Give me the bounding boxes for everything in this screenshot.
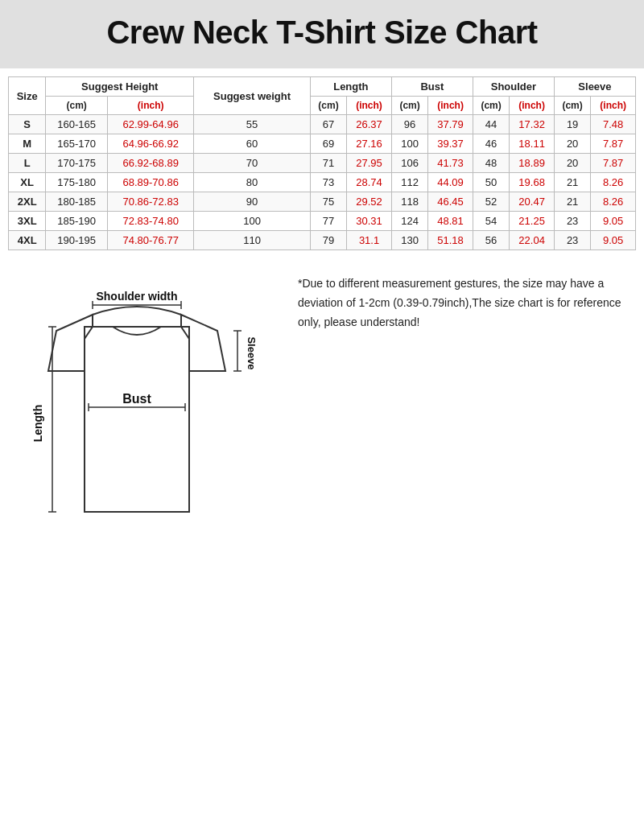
cell-weight: 55 — [194, 115, 311, 134]
cell-sleeve-inch: 8.26 — [591, 192, 636, 212]
cell-shoulder-cm: 56 — [473, 231, 509, 250]
cell-length-cm: 75 — [310, 192, 346, 212]
table-row: L 170-175 66.92-68.89 70 71 27.95 106 41… — [9, 154, 636, 173]
cell-sleeve-cm: 23 — [554, 231, 590, 250]
cell-bust-inch: 39.37 — [428, 134, 473, 154]
height-inch: (inch) — [108, 97, 194, 115]
cell-length-cm: 73 — [310, 173, 346, 192]
cell-shoulder-inch: 17.32 — [510, 115, 555, 134]
cell-shoulder-inch: 21.25 — [510, 212, 555, 231]
cell-bust-cm: 112 — [391, 173, 427, 192]
cell-height-cm: 190-195 — [46, 231, 108, 250]
cell-sleeve-inch: 7.87 — [591, 154, 636, 173]
cell-bust-cm: 96 — [391, 115, 427, 134]
cell-sleeve-inch: 7.48 — [591, 115, 636, 134]
shoulder-inch: (inch) — [510, 97, 555, 115]
cell-height-inch: 70.86-72.83 — [108, 192, 194, 212]
cell-bust-cm: 100 — [391, 134, 427, 154]
cell-size: S — [9, 115, 46, 134]
svg-rect-4 — [85, 327, 189, 512]
table-row: 3XL 185-190 72.83-74.80 100 77 30.31 124… — [9, 212, 636, 231]
cell-bust-inch: 46.45 — [428, 192, 473, 212]
cell-sleeve-cm: 20 — [554, 154, 590, 173]
cell-shoulder-inch: 18.89 — [510, 154, 555, 173]
cell-length-cm: 77 — [310, 212, 346, 231]
cell-height-cm: 185-190 — [46, 212, 108, 231]
cell-bust-inch: 48.81 — [428, 212, 473, 231]
cell-sleeve-cm: 23 — [554, 212, 590, 231]
table-wrapper: Size Suggest Height Suggest weight Lengt… — [0, 76, 644, 250]
cell-height-inch: 72.83-74.80 — [108, 212, 194, 231]
table-row: S 160-165 62.99-64.96 55 67 26.37 96 37.… — [9, 115, 636, 134]
svg-text:Length: Length — [31, 405, 44, 443]
cell-bust-cm: 118 — [391, 192, 427, 212]
col-size: Size — [9, 77, 46, 115]
cell-size: 2XL — [9, 192, 46, 212]
cell-length-inch: 27.95 — [347, 154, 392, 173]
svg-text:Shoulder width: Shoulder width — [96, 290, 177, 303]
note-area: *Due to different measurement gestures, … — [298, 266, 636, 332]
table-row: XL 175-180 68.89-70.86 80 73 28.74 112 4… — [9, 173, 636, 192]
table-header-main: Size Suggest Height Suggest weight Lengt… — [9, 77, 636, 97]
length-cm: (cm) — [310, 97, 346, 115]
cell-size: XL — [9, 173, 46, 192]
table-header-sub: (cm) (inch) (cm) (inch) (cm) (inch) (cm)… — [9, 97, 636, 115]
title-section: Crew Neck T-Shirt Size Chart — [0, 0, 644, 68]
cell-height-cm: 180-185 — [46, 192, 108, 212]
page-title: Crew Neck T-Shirt Size Chart — [16, 14, 628, 51]
cell-shoulder-inch: 20.47 — [510, 192, 555, 212]
bust-cm: (cm) — [391, 97, 427, 115]
cell-length-cm: 71 — [310, 154, 346, 173]
cell-height-cm: 170-175 — [46, 154, 108, 173]
cell-shoulder-cm: 44 — [473, 115, 509, 134]
col-length: Length — [310, 77, 391, 97]
cell-height-cm: 175-180 — [46, 173, 108, 192]
cell-length-inch: 28.74 — [347, 173, 392, 192]
cell-bust-cm: 130 — [391, 231, 427, 250]
table-row: 2XL 180-185 70.86-72.83 90 75 29.52 118 … — [9, 192, 636, 212]
cell-sleeve-cm: 21 — [554, 192, 590, 212]
cell-size: L — [9, 154, 46, 173]
cell-sleeve-inch: 9.05 — [591, 231, 636, 250]
size-chart-table: Size Suggest Height Suggest weight Lengt… — [8, 76, 636, 250]
cell-bust-inch: 51.18 — [428, 231, 473, 250]
cell-shoulder-cm: 50 — [473, 173, 509, 192]
cell-length-cm: 79 — [310, 231, 346, 250]
cell-height-inch: 68.89-70.86 — [108, 173, 194, 192]
bottom-section: Shoulder width Bust Length — [0, 250, 644, 575]
col-sleeve: Sleeve — [554, 77, 635, 97]
sleeve-cm: (cm) — [554, 97, 590, 115]
cell-weight: 100 — [194, 212, 311, 231]
cell-length-cm: 67 — [310, 115, 346, 134]
col-bust: Bust — [391, 77, 473, 97]
cell-shoulder-cm: 52 — [473, 192, 509, 212]
cell-size: 4XL — [9, 231, 46, 250]
cell-bust-inch: 37.79 — [428, 115, 473, 134]
cell-length-inch: 31.1 — [347, 231, 392, 250]
cell-sleeve-cm: 20 — [554, 134, 590, 154]
cell-weight: 110 — [194, 231, 311, 250]
bust-inch: (inch) — [428, 97, 473, 115]
shoulder-cm: (cm) — [473, 97, 509, 115]
cell-shoulder-cm: 48 — [473, 154, 509, 173]
cell-size: 3XL — [9, 212, 46, 231]
cell-bust-inch: 44.09 — [428, 173, 473, 192]
diagram-area: Shoulder width Bust Length — [8, 266, 282, 567]
cell-size: M — [9, 134, 46, 154]
cell-shoulder-cm: 54 — [473, 212, 509, 231]
cell-weight: 90 — [194, 192, 311, 212]
cell-sleeve-inch: 8.26 — [591, 173, 636, 192]
col-suggest-height: Suggest Height — [46, 77, 194, 97]
cell-height-cm: 165-170 — [46, 134, 108, 154]
svg-text:Bust: Bust — [122, 392, 151, 406]
note-text: *Due to different measurement gestures, … — [298, 274, 636, 332]
cell-weight: 60 — [194, 134, 311, 154]
cell-height-inch: 66.92-68.89 — [108, 154, 194, 173]
table-row: M 165-170 64.96-66.92 60 69 27.16 100 39… — [9, 134, 636, 154]
cell-sleeve-inch: 7.87 — [591, 134, 636, 154]
cell-weight: 80 — [194, 173, 311, 192]
cell-length-inch: 30.31 — [347, 212, 392, 231]
cell-bust-cm: 124 — [391, 212, 427, 231]
cell-shoulder-cm: 46 — [473, 134, 509, 154]
length-inch: (inch) — [347, 97, 392, 115]
